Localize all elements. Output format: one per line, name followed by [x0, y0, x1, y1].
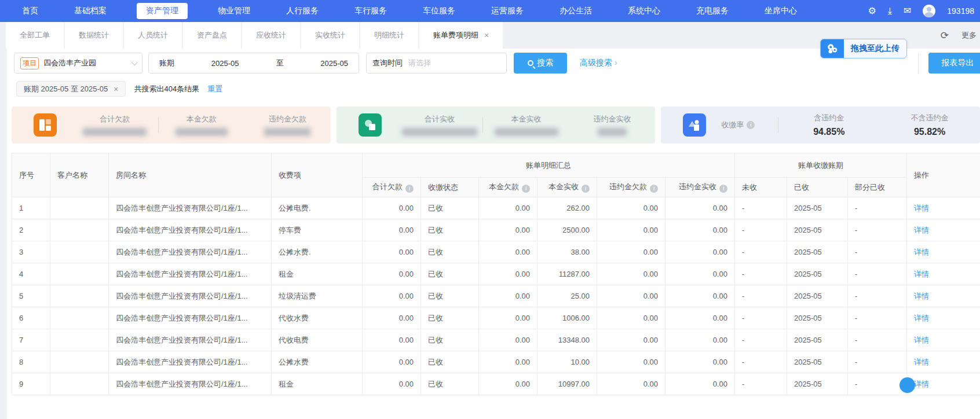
- cell-partial: -: [848, 307, 907, 329]
- avatar[interactable]: [923, 5, 935, 17]
- cell-paid: 2025-05: [787, 307, 848, 329]
- info-icon[interactable]: i: [719, 185, 727, 193]
- collection-rate-card: 收缴率 i 含违约金94.85% 不含违约金95.82%: [661, 106, 980, 144]
- search-button[interactable]: 搜索: [514, 53, 567, 73]
- close-icon[interactable]: ×: [484, 31, 489, 40]
- nav-item[interactable]: 运营服务: [485, 3, 529, 19]
- content-panel: 项目 四会浩丰产业园 账期 2025-05 至 2025-05 查询时间 请选择…: [7, 49, 980, 419]
- info-icon[interactable]: i: [582, 185, 590, 193]
- table-row: 4 四会浩丰创意产业投资有限公司/1座/1... 租金 0.00 已收 0.00…: [12, 263, 980, 285]
- nav-item[interactable]: 资产管理: [137, 3, 188, 19]
- detail-link[interactable]: 详情: [914, 314, 929, 322]
- floating-button[interactable]: [899, 377, 915, 393]
- cell-room: 四会浩丰创意产业投资有限公司/1座/1...: [109, 373, 272, 395]
- nav-item[interactable]: 基础档案: [68, 3, 112, 19]
- cell-principal-due: 0.00: [479, 197, 537, 219]
- nav-item[interactable]: 物业管理: [212, 3, 256, 19]
- cell-fee: 公摊水费: [272, 351, 363, 373]
- blurred-value: [598, 128, 627, 136]
- cell-fee: 公摊电费.: [272, 197, 363, 219]
- info-icon[interactable]: i: [522, 185, 530, 193]
- tab[interactable]: 实收统计 ×: [301, 22, 359, 49]
- period-from[interactable]: 2025-05: [211, 59, 239, 68]
- download-icon[interactable]: ⤓: [888, 6, 892, 16]
- info-icon[interactable]: i: [650, 185, 658, 193]
- nav-item[interactable]: 充电服务: [690, 3, 734, 19]
- nav-item[interactable]: 系统中心: [622, 3, 666, 19]
- nav-item[interactable]: 车行服务: [349, 3, 393, 19]
- mail-icon[interactable]: ✉: [904, 6, 911, 16]
- netdisk-icon: [821, 39, 844, 58]
- query-time-picker[interactable]: 查询时间 请选择: [366, 53, 507, 73]
- nav-item[interactable]: 车位服务: [417, 3, 461, 19]
- cell-total-due: 0.00: [363, 329, 421, 351]
- detail-link[interactable]: 详情: [914, 336, 929, 344]
- blurred-value: [175, 128, 228, 136]
- cell-partial: -: [848, 285, 907, 307]
- nav-item[interactable]: 办公生活: [554, 3, 598, 19]
- cell-paid: 2025-05: [787, 373, 848, 395]
- col-room: 房间名称: [109, 153, 272, 197]
- detail-link[interactable]: 详情: [914, 358, 929, 366]
- tab[interactable]: 明细统计 ×: [360, 22, 418, 49]
- card-label: 违约金欠款: [269, 114, 306, 124]
- drag-upload-widget[interactable]: 拖拽至此上传: [820, 39, 907, 58]
- filter-chip: 账期 2025-05 至 2025-05 ×: [16, 81, 126, 97]
- cell-penalty-due: 0.00: [597, 351, 665, 373]
- cell-room: 四会浩丰创意产业投资有限公司/1座/1...: [109, 241, 272, 263]
- detail-link[interactable]: 详情: [914, 270, 929, 278]
- cell-penalty-due: 0.00: [597, 197, 665, 219]
- cell-total-due: 0.00: [363, 219, 421, 241]
- nav-item[interactable]: 坐席中心: [759, 3, 803, 19]
- cell-fee: 代收电费: [272, 329, 363, 351]
- tab[interactable]: 人员统计 ×: [124, 22, 182, 49]
- gear-icon[interactable]: ⚙: [868, 6, 876, 16]
- rate-icon: [683, 113, 706, 137]
- result-bar: 账期 2025-05 至 2025-05 × 共搜索出404条结果 重置: [16, 81, 980, 97]
- project-select[interactable]: 项目 四会浩丰产业园: [14, 53, 142, 73]
- cell-fee: 垃圾清运费: [272, 285, 363, 307]
- username[interactable]: 193198: [947, 6, 974, 16]
- col-seq: 序号: [12, 153, 50, 197]
- export-report-button[interactable]: 报表导出: [928, 53, 980, 73]
- cell-room: 四会浩丰创意产业投资有限公司/1座/1...: [109, 197, 272, 219]
- nav-item[interactable]: 首页: [16, 3, 44, 19]
- cell-customer: [50, 329, 109, 351]
- refresh-icon[interactable]: ⟳: [941, 30, 949, 42]
- advanced-search-link[interactable]: 高级搜索›: [580, 58, 617, 68]
- reset-link[interactable]: 重置: [207, 84, 222, 94]
- detail-link[interactable]: 详情: [914, 380, 929, 388]
- blurred-value: [495, 128, 558, 136]
- period-range-picker[interactable]: 账期 2025-05 至 2025-05: [148, 53, 359, 73]
- cell-action: 详情: [907, 197, 980, 219]
- close-icon[interactable]: ×: [114, 84, 118, 94]
- cell-penalty-paid: 0.00: [665, 241, 735, 263]
- cell-unpaid: -: [735, 263, 787, 285]
- cell-seq: 5: [12, 285, 50, 307]
- cell-penalty-paid: 0.00: [665, 197, 735, 219]
- period-to[interactable]: 2025-05: [320, 59, 348, 68]
- tab[interactable]: 资产盘点 ×: [183, 22, 241, 49]
- tab[interactable]: 数据统计 ×: [65, 22, 123, 49]
- cell-paid: 2025-05: [787, 351, 848, 373]
- detail-link[interactable]: 详情: [914, 204, 929, 212]
- nav-item[interactable]: 人行服务: [280, 3, 324, 19]
- filter-chip-label: 账期 2025-05 至 2025-05: [24, 84, 108, 94]
- cell-unpaid: -: [735, 351, 787, 373]
- info-icon[interactable]: i: [747, 121, 755, 129]
- detail-link[interactable]: 详情: [914, 248, 929, 256]
- tab[interactable]: 账单费项明细 ×: [419, 22, 503, 49]
- tab-actions: ⟳ 更多: [941, 22, 977, 49]
- cell-principal-paid: 1006.00: [537, 307, 597, 329]
- info-icon[interactable]: i: [405, 185, 414, 193]
- detail-link[interactable]: 详情: [914, 226, 929, 234]
- rate-label: 收缴率: [721, 120, 744, 130]
- more-link[interactable]: 更多: [961, 30, 977, 41]
- tab[interactable]: 应收统计 ×: [242, 22, 300, 49]
- detail-link[interactable]: 详情: [914, 292, 929, 300]
- tab[interactable]: 全部工单 ×: [6, 22, 64, 49]
- arrow-right-icon: ›: [615, 58, 617, 67]
- tab-label: 资产盘点: [197, 30, 227, 41]
- chevron-down-icon: [131, 59, 138, 65]
- cell-seq: 3: [12, 241, 50, 263]
